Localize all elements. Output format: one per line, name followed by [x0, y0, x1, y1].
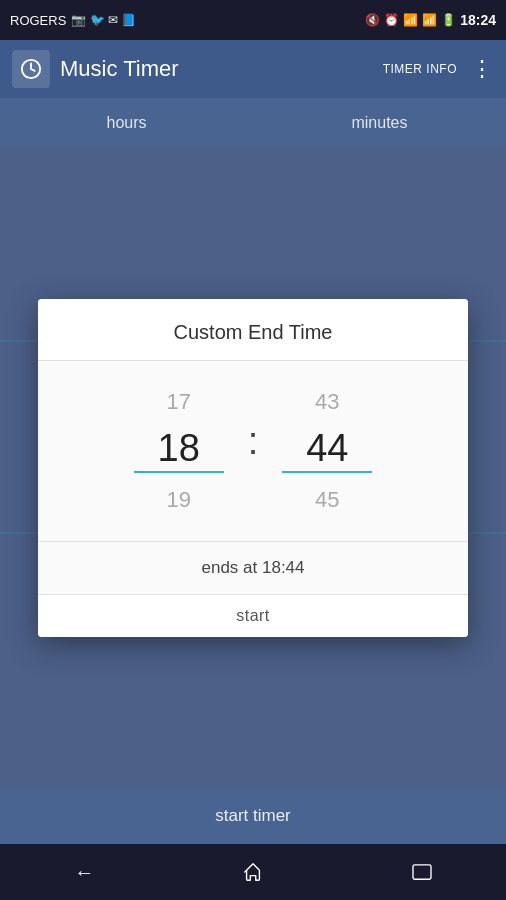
- recents-button[interactable]: [392, 852, 452, 892]
- time-picker: 17 18 19 : 43: [38, 361, 468, 541]
- app-title: Music Timer: [60, 56, 373, 82]
- app-icon: [12, 50, 50, 88]
- tab-hours-label: hours: [106, 114, 146, 132]
- start-button[interactable]: start: [236, 607, 270, 625]
- hour-prev[interactable]: 17: [146, 381, 210, 423]
- overflow-menu-button[interactable]: ⋮: [471, 56, 494, 82]
- wifi-icon: 📶: [403, 13, 418, 27]
- svg-rect-1: [413, 865, 431, 879]
- timer-info-button[interactable]: TIMER INFO: [383, 62, 457, 76]
- time-display: 18:24: [460, 12, 496, 28]
- tab-minutes-label: minutes: [351, 114, 407, 132]
- minute-underline: [282, 471, 372, 473]
- tab-hours[interactable]: hours: [0, 98, 253, 148]
- tab-minutes[interactable]: minutes: [253, 98, 506, 148]
- minute-prev[interactable]: 43: [295, 381, 359, 423]
- dialog-title-area: Custom End Time: [38, 299, 468, 360]
- app-page: ROGERS 📷 🐦 ✉ 📘 🔇 ⏰ 📶 📶 🔋 18:24 Music Tim…: [0, 0, 506, 900]
- time-separator: :: [244, 420, 263, 463]
- tab-bar: hours minutes: [0, 98, 506, 148]
- start-timer-bar[interactable]: start timer: [0, 788, 506, 844]
- ends-at-text: ends at 18:44: [201, 558, 304, 577]
- carrier-label: ROGERS: [10, 13, 66, 28]
- hour-next[interactable]: 19: [146, 479, 210, 521]
- dialog-action-area: start: [38, 594, 468, 637]
- hour-current[interactable]: 18: [134, 429, 224, 467]
- home-button[interactable]: [223, 852, 283, 892]
- alarm-icon: ⏰: [384, 13, 399, 27]
- content-wrapper: Custom End Time 17 18 19: [0, 148, 506, 844]
- start-timer-label: start timer: [215, 806, 291, 826]
- background-area: Custom End Time 17 18 19: [0, 148, 506, 788]
- dialog-title: Custom End Time: [62, 321, 444, 344]
- status-right: 🔇 ⏰ 📶 📶 🔋 18:24: [365, 12, 496, 28]
- home-icon: [242, 861, 264, 883]
- app-bar: Music Timer TIMER INFO ⋮: [0, 40, 506, 98]
- custom-end-time-dialog: Custom End Time 17 18 19: [38, 299, 468, 637]
- app-bar-actions: TIMER INFO ⋮: [383, 56, 494, 82]
- minute-current-wrapper: 44: [282, 423, 372, 479]
- dialog-overlay: Custom End Time 17 18 19: [0, 148, 506, 788]
- recents-icon: [411, 863, 433, 881]
- minute-next[interactable]: 45: [295, 479, 359, 521]
- signal-icon: 📶: [422, 13, 437, 27]
- hour-current-wrapper: 18: [134, 423, 224, 479]
- minute-current[interactable]: 44: [282, 429, 372, 467]
- status-icons: 📷 🐦 ✉ 📘: [71, 13, 136, 27]
- back-icon: ←: [74, 861, 94, 884]
- status-bar: ROGERS 📷 🐦 ✉ 📘 🔇 ⏰ 📶 📶 🔋 18:24: [0, 0, 506, 40]
- hour-underline: [134, 471, 224, 473]
- status-left: ROGERS 📷 🐦 ✉ 📘: [10, 13, 136, 28]
- hour-column: 17 18 19: [114, 381, 244, 521]
- battery-icon: 🔋: [441, 13, 456, 27]
- nav-bar: ←: [0, 844, 506, 900]
- mute-icon: 🔇: [365, 13, 380, 27]
- minute-column: 43 44 45: [262, 381, 392, 521]
- back-button[interactable]: ←: [54, 852, 114, 892]
- ends-at-area: ends at 18:44: [38, 541, 468, 594]
